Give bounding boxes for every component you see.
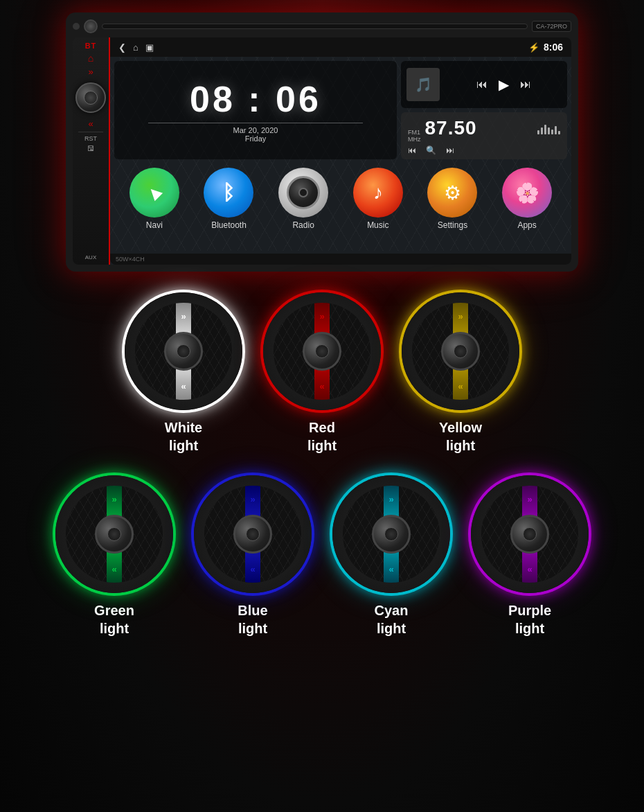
screen-content: 08 : 06 Mar 20, 2020 Friday 🎵 (110, 57, 571, 251)
app-navi-icon: ▲ (129, 168, 179, 218)
next-track-button[interactable]: ⏭ (520, 78, 531, 91)
radio-search-button[interactable]: 🔍 (426, 145, 436, 155)
app-settings[interactable]: ⚙ Settings (419, 168, 485, 230)
app-apps[interactable]: 🌸 Apps (494, 168, 560, 230)
app-bluetooth[interactable]: ᛒ Bluetooth (195, 168, 262, 230)
app-music[interactable]: ♪ Music (345, 168, 411, 230)
app-radio-label: Radio (292, 220, 314, 230)
radio-top: FM1 MHz 87.50 (408, 117, 560, 143)
radio-next-button[interactable]: ⏭ (446, 145, 454, 155)
bt-label: BT (85, 42, 97, 50)
screen-apps: ▲ Navi ᛒ Bluetooth (114, 164, 567, 234)
bar-2 (541, 127, 543, 134)
prev-track-button[interactable]: ⏮ (476, 78, 488, 91)
home-sidebar-icon[interactable]: ⌂ (88, 53, 93, 64)
color-item-green: » « Greenlight (55, 475, 173, 637)
color-label-green: Greenlight (94, 601, 134, 637)
knob-arrow-down-purple: « (527, 564, 532, 574)
knob-arrow-up-cyan: » (388, 494, 393, 504)
play-button[interactable]: ▶ (499, 76, 509, 93)
knob-arrow-up-blue: » (250, 494, 255, 504)
app-navi[interactable]: ▲ Navi (121, 168, 188, 230)
bar-5 (551, 130, 553, 134)
knob-graphic-red: » « (274, 303, 370, 400)
color-item-purple: » « Purplelight (471, 475, 589, 637)
knob-arrow-up-red: » (319, 311, 324, 321)
knob-arrow-up-green: » (111, 494, 116, 504)
unit-model: CA-72PRO (532, 21, 571, 32)
knob-arrow-up-white: » (181, 311, 186, 321)
radio-frequency: 87.50 (425, 117, 477, 139)
knob-cyan: » « (332, 475, 450, 593)
color-item-cyan: » « Cyanlight (332, 475, 450, 637)
knob-red: » « (263, 292, 381, 410)
color-row-2: » « Greenlight » « (14, 475, 630, 637)
knob-graphic-blue: » « (204, 486, 301, 583)
knob-arrow-up-purple: » (527, 494, 532, 504)
knob-arrow-down-cyan: « (388, 564, 393, 574)
unit-bottom-bar: 50W×4CH (110, 254, 571, 265)
color-item-red: » « Redlight (263, 292, 381, 454)
clock-time: 08 : 06 (190, 78, 321, 120)
knob-graphic-yellow: » « (412, 303, 509, 400)
unit-top-bar: CA-72PRO (73, 19, 571, 33)
bar-7 (558, 131, 560, 134)
widget-music[interactable]: 🎵 ⏮ ▶ ⏭ (401, 61, 567, 108)
color-item-white: » « Whitelight (125, 292, 242, 454)
clock-date-2: Friday (245, 134, 267, 143)
knob-green: » « (55, 475, 173, 593)
head-unit: CA-72PRO BT ⌂ » « RST (66, 12, 578, 272)
app-settings-icon: ⚙ (427, 168, 477, 218)
app-music-icon: ♪ (353, 168, 403, 218)
clock-date-1: Mar 20, 2020 (233, 126, 278, 134)
unit-sidebar: BT ⌂ » « RST 🖫 AUX (73, 37, 110, 265)
recent-button[interactable]: ▣ (145, 42, 154, 53)
knob-graphic-purple: » « (481, 486, 578, 583)
home-button[interactable]: ⌂ (133, 42, 138, 53)
knob-purple: » « (471, 475, 589, 593)
knob-blue: » « (194, 475, 312, 593)
radio-prev-button[interactable]: ⏮ (408, 145, 416, 155)
clock-divider (148, 123, 363, 123)
aux-label: AUX (85, 254, 96, 261)
color-label-purple: Purplelight (508, 601, 551, 637)
color-label-white: Whitelight (165, 418, 202, 454)
radio-signal-bars (537, 125, 560, 134)
radio-unit: MHz (408, 136, 421, 143)
radio-band: FM1 (408, 129, 421, 136)
knob-inner (84, 91, 98, 105)
knob-graphic-green: » « (66, 486, 163, 583)
back-button[interactable]: ❮ (118, 42, 126, 53)
screen-nav-left: ❮ ⌂ ▣ (118, 42, 154, 53)
unit-bar-slot (102, 24, 528, 29)
knob-arrow-up-yellow: » (458, 311, 463, 321)
color-label-cyan: Cyanlight (375, 601, 409, 637)
knob-graphic-white: » « (135, 303, 232, 400)
sidebar-divider (78, 132, 102, 132)
color-label-red: Redlight (307, 418, 337, 454)
color-row-1: » « Whitelight » « (14, 292, 630, 454)
head-unit-wrapper: CA-72PRO BT ⌂ » « RST (0, 0, 644, 272)
app-radio[interactable]: Radio (270, 168, 337, 230)
sidebar-arrows-up: » (88, 67, 93, 77)
bar-4 (548, 127, 550, 134)
knob-center-blue (233, 515, 272, 554)
screen-nav: ❮ ⌂ ▣ ⚡ 8:06 (110, 37, 571, 57)
knob-arrow-down-red: « (319, 381, 324, 391)
color-item-blue: » « Bluelight (194, 475, 312, 637)
knob-center-cyan (372, 515, 411, 554)
app-apps-icon: 🌸 (502, 168, 552, 218)
sidebar-knob[interactable] (75, 82, 106, 113)
color-label-yellow: Yellowlight (439, 418, 482, 454)
screen-nav-right: ⚡ 8:06 (528, 42, 563, 53)
widget-clock: 08 : 06 Mar 20, 2020 Friday (114, 61, 397, 159)
rst-label[interactable]: RST (84, 135, 97, 142)
screen-widgets: 08 : 06 Mar 20, 2020 Friday 🎵 (114, 61, 567, 159)
unit-dot (73, 23, 80, 30)
widget-radio[interactable]: FM1 MHz 87.50 (401, 112, 567, 159)
knob-arrow-down-yellow: « (458, 381, 463, 391)
radio-controls: ⏮ 🔍 ⏭ (408, 145, 560, 155)
knob-graphic-cyan: » « (343, 486, 440, 583)
unit-screen: ❮ ⌂ ▣ ⚡ 8:06 08 : (110, 37, 571, 265)
music-thumbnail: 🎵 (406, 68, 440, 101)
